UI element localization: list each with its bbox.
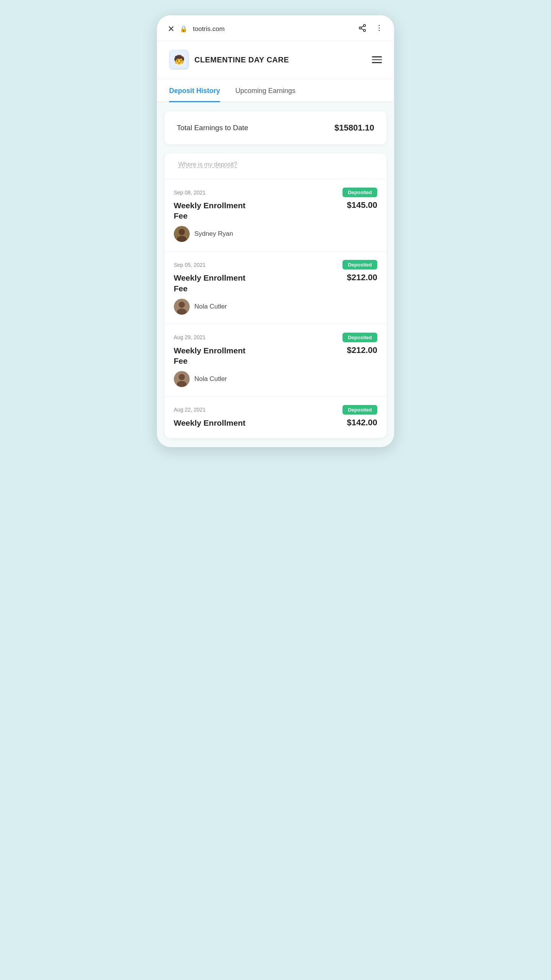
svg-point-6 (379, 28, 380, 29)
svg-point-11 (179, 229, 185, 235)
tabs-bar: Deposit History Upcoming Earnings (157, 79, 394, 102)
deposited-badge: Deposited (342, 188, 377, 197)
deposit-title: Weekly Enrollment (174, 418, 347, 428)
lock-icon: 🔒 (180, 25, 187, 33)
deposit-item: Sep 08, 2021 Deposited Weekly Enrollment… (165, 179, 386, 251)
deposit-item-body: Weekly Enrollment Fee (174, 273, 377, 314)
hamburger-menu-icon[interactable] (372, 56, 382, 63)
brand-name: CLEMENTINE DAY CARE (194, 56, 289, 64)
deposit-question-link[interactable]: Where is my deposit? (174, 160, 242, 176)
app-content: 🧒 CLEMENTINE DAY CARE Deposit History Up… (157, 41, 394, 447)
svg-line-4 (361, 26, 364, 28)
deposit-date: Sep 05, 2021 (174, 262, 205, 268)
more-menu-icon[interactable] (375, 24, 383, 34)
tab-deposit-history[interactable]: Deposit History (169, 79, 220, 102)
deposit-title: Weekly Enrollment (174, 273, 347, 283)
deposit-item-body: Weekly Enrollment Fee (174, 345, 377, 387)
deposit-subtitle: Fee (174, 211, 347, 220)
deposit-date: Aug 22, 2021 (174, 407, 205, 413)
main-content: Total Earnings to Date $15801.10 Where i… (157, 102, 394, 447)
deposit-item-left: Weekly Enrollment Fee (174, 273, 347, 314)
earnings-label: Total Earnings to Date (177, 124, 248, 132)
deposit-subtitle: Fee (174, 356, 347, 366)
svg-point-7 (379, 30, 380, 31)
deposit-date: Sep 08, 2021 (174, 189, 205, 196)
earnings-card: Total Earnings to Date $15801.10 (165, 111, 386, 144)
deposited-badge: Deposited (342, 333, 377, 342)
deposit-item-left: Weekly Enrollment Fee (174, 200, 347, 242)
deposited-badge: Deposited (342, 405, 377, 415)
brand-logo: 🧒 (169, 50, 189, 70)
svg-point-17 (179, 374, 185, 380)
deposit-title: Weekly Enrollment (174, 200, 347, 211)
deposit-item: Aug 29, 2021 Deposited Weekly Enrollment… (165, 324, 386, 396)
deposit-amount: $212.00 (347, 273, 377, 283)
share-icon[interactable] (358, 24, 367, 34)
earnings-value: $15801.10 (334, 123, 374, 133)
deposit-item-header: Aug 29, 2021 Deposited (174, 333, 377, 342)
deposit-item: Sep 05, 2021 Deposited Weekly Enrollment… (165, 251, 386, 323)
deposit-item-body: Weekly Enrollment $142.00 (174, 418, 377, 429)
close-icon[interactable]: ✕ (168, 24, 174, 34)
deposited-badge: Deposited (342, 260, 377, 270)
deposit-amount: $212.00 (347, 345, 377, 355)
browser-bar: ✕ 🔒 tootris.com (157, 15, 394, 41)
deposit-item-left: Weekly Enrollment Fee (174, 345, 347, 387)
browser-url: tootris.com (193, 25, 225, 33)
deposit-person: Nola Cutler (174, 299, 347, 315)
svg-text:🧒: 🧒 (174, 54, 185, 65)
svg-line-3 (361, 28, 364, 30)
person-name: Nola Cutler (194, 375, 227, 383)
deposit-item-header: Sep 05, 2021 Deposited (174, 260, 377, 270)
deposit-person: Sydney Ryan (174, 226, 347, 242)
deposit-item-left: Weekly Enrollment (174, 418, 347, 429)
svg-point-5 (379, 25, 380, 26)
tab-upcoming-earnings[interactable]: Upcoming Earnings (235, 79, 295, 102)
deposit-date: Aug 29, 2021 (174, 334, 205, 340)
deposit-title: Weekly Enrollment (174, 345, 347, 356)
deposit-list: Where is my deposit? Sep 08, 2021 Deposi… (165, 154, 386, 438)
avatar (174, 299, 190, 315)
deposit-question-wrapper: Where is my deposit? (165, 154, 386, 179)
deposit-item-header: Sep 08, 2021 Deposited (174, 188, 377, 197)
svg-point-14 (179, 302, 185, 308)
brand-area: 🧒 CLEMENTINE DAY CARE (169, 50, 289, 70)
avatar (174, 371, 190, 387)
deposit-item-body: Weekly Enrollment Fee (174, 200, 377, 242)
deposit-subtitle: Fee (174, 284, 347, 293)
deposit-amount: $142.00 (347, 418, 377, 428)
phone-frame: ✕ 🔒 tootris.com (157, 15, 394, 447)
person-name: Sydney Ryan (194, 230, 233, 238)
deposit-amount: $145.00 (347, 200, 377, 210)
avatar (174, 226, 190, 242)
app-header: 🧒 CLEMENTINE DAY CARE (157, 41, 394, 79)
person-name: Nola Cutler (194, 303, 227, 310)
deposit-item-header: Aug 22, 2021 Deposited (174, 405, 377, 415)
deposit-person: Nola Cutler (174, 371, 347, 387)
deposit-item: Aug 22, 2021 Deposited Weekly Enrollment… (165, 396, 386, 438)
